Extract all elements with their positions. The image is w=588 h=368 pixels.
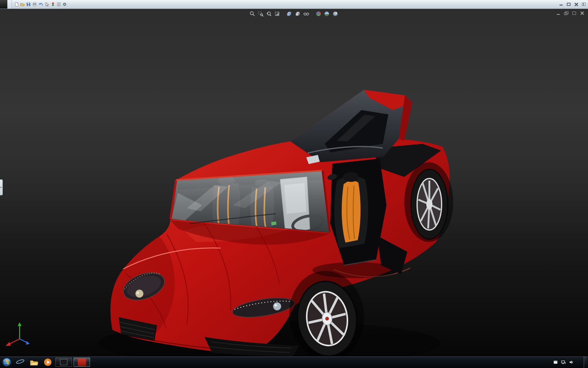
command-prompt-icon [60, 359, 67, 365]
app-window-tray-icon[interactable] [553, 360, 558, 365]
zoom-to-area-button[interactable] [257, 10, 264, 17]
collapse-toolbar-button[interactable] [582, 3, 586, 6]
media-player-icon [43, 358, 52, 367]
edit-appearance-button[interactable] [315, 10, 322, 17]
minimize-button[interactable] [559, 2, 563, 6]
new-document-button[interactable] [14, 1, 19, 7]
section-view-button[interactable] [274, 10, 281, 17]
system-tray [550, 356, 588, 368]
save-icon [26, 2, 31, 7]
apply-scene-button[interactable] [323, 10, 330, 17]
rear-wheel [404, 162, 453, 242]
view-settings-icon [332, 11, 338, 17]
print-button[interactable] [32, 1, 38, 7]
display-style-icon [295, 11, 301, 17]
undo-icon [38, 2, 43, 7]
help-button[interactable] [552, 4, 556, 5]
solidworks-logo [0, 0, 7, 9]
edit-appearance-icon [315, 11, 322, 17]
save-button[interactable] [26, 1, 32, 7]
orientation-triad [6, 322, 30, 346]
windshield [171, 171, 330, 232]
zoom-to-fit-icon [249, 11, 255, 17]
document-minimize-button[interactable] [556, 11, 560, 15]
file-properties-button[interactable] [56, 1, 62, 7]
apply-scene-icon [324, 11, 330, 17]
display-style-button[interactable] [294, 10, 301, 17]
maximize-button[interactable] [567, 2, 571, 6]
print-icon [32, 2, 37, 7]
document-close-button[interactable] [580, 11, 584, 15]
file-properties-icon [56, 2, 61, 7]
solidworks-2015-button[interactable] [74, 358, 90, 367]
zoom-to-area-icon [258, 11, 264, 17]
section-view-icon [274, 11, 280, 17]
windows-explorer-button[interactable] [28, 357, 40, 367]
windows-start-icon [2, 358, 11, 367]
titlebar-right [552, 2, 588, 6]
car-3d-model[interactable] [0, 9, 588, 356]
network-icon[interactable] [561, 360, 566, 365]
close-button[interactable] [574, 2, 579, 6]
open-button[interactable] [20, 1, 25, 7]
volume-icon[interactable] [569, 360, 574, 365]
show-desktop-button[interactable] [584, 356, 587, 368]
undo-button[interactable] [38, 1, 44, 7]
select-button[interactable] [44, 1, 50, 7]
hide-show-glasses-icon [303, 11, 309, 17]
document-window-controls [556, 11, 584, 15]
view-orientation-cube-icon [286, 11, 292, 17]
media-player-button[interactable] [42, 357, 54, 367]
internet-explorer-icon [16, 358, 25, 367]
orange-seat [342, 181, 361, 243]
standard-toolbar [12, 1, 70, 7]
previous-view-icon [266, 11, 272, 17]
select-cursor-icon [44, 2, 49, 7]
zoom-to-fit-button[interactable] [249, 10, 256, 17]
view-orientation-button[interactable] [286, 10, 293, 17]
options-gear-icon [62, 2, 67, 7]
command-prompt-button[interactable] [55, 358, 72, 367]
heads-up-view-toolbar [249, 10, 339, 17]
titlebar [0, 0, 588, 9]
taskbar [0, 356, 588, 368]
view-settings-button[interactable] [332, 10, 339, 17]
document-restore-button[interactable] [564, 11, 568, 15]
previous-view-button[interactable] [266, 10, 272, 17]
new-document-icon [14, 2, 19, 7]
internet-explorer-button[interactable] [14, 357, 26, 367]
graphics-viewport[interactable] [0, 9, 588, 356]
featuremanager-collapsed-tab[interactable] [0, 179, 3, 195]
folder-icon [29, 358, 39, 366]
hide-show-items-button[interactable] [303, 10, 310, 17]
rebuild-button[interactable] [50, 1, 56, 7]
open-folder-icon [20, 2, 25, 7]
menu-expand-tab[interactable] [7, 0, 12, 9]
options-button[interactable] [62, 1, 68, 7]
start-button[interactable] [0, 356, 13, 368]
document-maximize-button[interactable] [572, 11, 576, 15]
taskbar-items [14, 357, 90, 367]
solidworks-app-icon [78, 358, 86, 366]
window-controls [559, 2, 586, 6]
rebuild-icon [51, 2, 55, 7]
